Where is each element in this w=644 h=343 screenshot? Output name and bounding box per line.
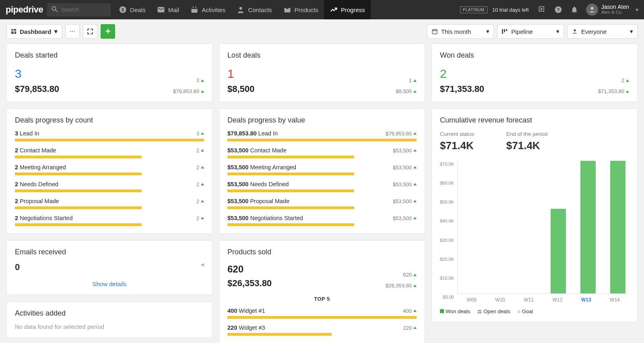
nav-progress[interactable]: Progress: [324, 0, 371, 19]
card-won-deals: Won deals 2 $71,353.80 2 $71,353.80: [431, 44, 638, 102]
svg-rect-11: [11, 29, 13, 31]
more-button[interactable]: ⋯: [65, 24, 80, 39]
kpi-count: 3: [15, 67, 59, 81]
progress-row: 2 Proposal Made2: [15, 198, 204, 209]
kpi-count: 1: [227, 67, 254, 81]
chevron-down-icon: ▾: [636, 6, 638, 13]
card-deals-started: Deals started 3 $79,853.80 3 $79,853.80: [6, 44, 213, 102]
svg-point-19: [574, 29, 576, 31]
chart-bar: [577, 162, 599, 293]
card-title: Deals progress by count: [15, 116, 204, 125]
person-icon: [237, 6, 245, 14]
user-menu[interactable]: Jason Aten Aten & Co. ▾: [586, 4, 638, 16]
pipeline-label: Pipeline: [511, 28, 533, 35]
no-data-text: No data found for selected period: [15, 323, 204, 330]
dollar-icon: $: [119, 6, 127, 14]
current-status-value: $71.4K: [440, 139, 474, 152]
trend-up-icon: [201, 79, 204, 82]
fullscreen-button[interactable]: [83, 24, 97, 39]
card-revenue-forecast: Cumulative revenue forecast Current stat…: [431, 108, 638, 322]
chevron-down-icon: ▾: [54, 28, 58, 35]
search-input[interactable]: [61, 6, 107, 13]
svg-point-6: [239, 7, 242, 10]
card-lost-deals: Lost deals 1 $8,500 1 $8,500: [219, 44, 425, 102]
show-details-link[interactable]: Show details: [15, 281, 204, 287]
progress-row: 2 Contact Made2: [15, 147, 204, 158]
svg-rect-4: [193, 6, 194, 8]
chart-bar: [607, 162, 629, 293]
svg-rect-14: [14, 31, 16, 34]
svg-rect-16: [502, 29, 503, 34]
trend-up-icon: [413, 285, 417, 287]
svg-text:$: $: [122, 7, 124, 12]
people-label: Everyone: [581, 28, 607, 35]
fullscreen-icon: [87, 29, 93, 34]
end-period-label: End of the period: [506, 131, 548, 137]
trial-days-left[interactable]: 10 trial days left: [492, 7, 529, 13]
card-title: Cumulative revenue forecast: [440, 116, 629, 125]
nav-mail[interactable]: Mail: [151, 0, 185, 19]
search-input-wrap[interactable]: [47, 3, 111, 17]
forecast-chart: $70.0K$60.0K$50.0K$40.0K$30.0K$20.0K$10.…: [440, 162, 629, 303]
chart-bar: [458, 162, 480, 293]
progress-row: $53,500 Meeting Arranged$53,500: [227, 164, 417, 175]
brand-logo[interactable]: pipedrive: [6, 4, 43, 15]
progress-row: $53,500 Needs Defined$53,500: [227, 181, 417, 192]
add-button[interactable]: +: [101, 24, 115, 39]
nav-activities[interactable]: Activities: [185, 0, 231, 19]
svg-rect-5: [196, 6, 196, 8]
avatar: [586, 4, 598, 16]
notifications-button[interactable]: [568, 3, 581, 17]
plan-badge: PLATINUM: [460, 6, 487, 13]
legend-item: Goal: [518, 308, 533, 314]
card-progress-count: Deals progress by count 3 Lead In3 2 Con…: [6, 108, 213, 234]
progress-row: $53,500 Contact Made$53,500: [227, 147, 417, 158]
progress-row: 2 Meeting Arranged2: [15, 164, 204, 175]
kpi-amount: $26,353.80: [227, 278, 272, 289]
chart-bar: [517, 162, 540, 293]
user-org: Aten & Co.: [601, 10, 629, 15]
end-period-value: $71.4K: [506, 139, 548, 152]
nav-deals[interactable]: $Deals: [113, 0, 151, 19]
calendar-icon: [431, 28, 438, 35]
nav-contacts[interactable]: Contacts: [231, 0, 277, 19]
progress-row: 2 Negotiations Started2: [15, 215, 204, 226]
person-icon: [572, 28, 578, 35]
quick-add-button[interactable]: [535, 3, 549, 17]
progress-row: 400 Widget #1400: [227, 308, 417, 319]
svg-rect-13: [11, 31, 14, 34]
kpi-count: 620: [227, 264, 272, 275]
help-button[interactable]: ?: [551, 3, 565, 17]
kpi-count: 2: [440, 67, 484, 81]
search-icon: [51, 5, 59, 15]
card-title: Won deals: [440, 51, 629, 60]
dashboard-icon: [11, 29, 17, 34]
card-emails-received: Emails received 0 ◂ Show details: [6, 240, 213, 295]
card-progress-value: Deals progress by value $79,853.80 Lead …: [219, 108, 425, 234]
toolbar: Dashboard ▾ ⋯ + This month ▾ Pipeline ▾ …: [0, 19, 644, 44]
chevron-down-icon: ▾: [556, 28, 559, 35]
card-title: Deals progress by value: [227, 116, 417, 125]
people-filter[interactable]: Everyone ▾: [567, 24, 638, 39]
kpi-amount: $79,853.80: [15, 84, 59, 94]
user-name: Jason Aten: [601, 4, 629, 10]
legend-item: Open deals: [477, 308, 510, 314]
dashboard-selector[interactable]: Dashboard ▾: [6, 24, 62, 39]
pipeline-filter[interactable]: Pipeline ▾: [497, 24, 564, 39]
progress-row: 3 Lead In3: [15, 130, 204, 141]
chevron-left-icon[interactable]: ◂: [200, 260, 204, 269]
pipeline-icon: [502, 28, 508, 35]
trend-up-icon: [626, 79, 629, 82]
period-filter[interactable]: This month ▾: [427, 24, 494, 39]
nav-products[interactable]: Products: [278, 0, 324, 19]
svg-rect-3: [192, 7, 198, 9]
card-products-sold: Products sold 620 $26,353.80 620 $26,353…: [219, 240, 425, 343]
card-title: Emails received: [15, 248, 204, 256]
chevron-down-icon: ▾: [486, 28, 489, 35]
mail-icon: [157, 6, 165, 14]
top-nav: pipedrive $DealsMailActivitiesContactsPr…: [0, 0, 644, 19]
trend-up-icon: [626, 90, 629, 93]
progress-row: $53,500 Negotiations Started$53,500: [227, 215, 417, 226]
dashboard-label: Dashboard: [20, 28, 51, 35]
trend-up-icon: [201, 90, 204, 93]
